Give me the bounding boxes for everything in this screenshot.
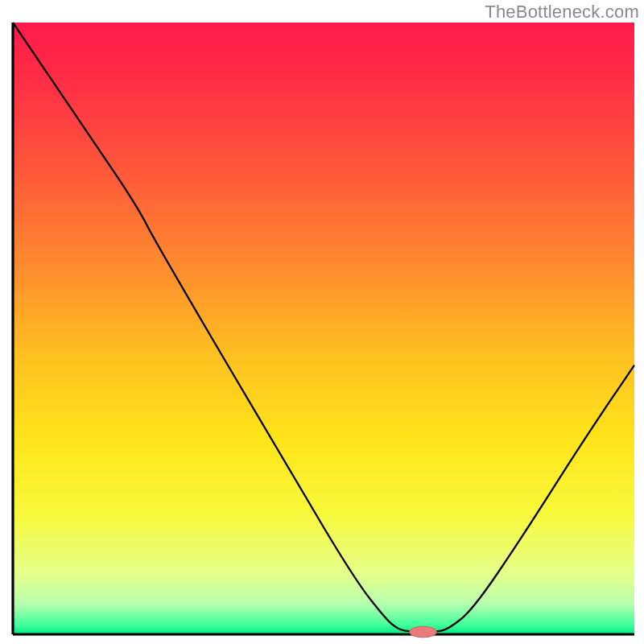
chart-svg bbox=[0, 0, 644, 644]
bottleneck-chart: TheBottleneck.com bbox=[0, 0, 644, 644]
optimal-marker bbox=[410, 626, 437, 638]
gradient-background bbox=[13, 23, 634, 634]
